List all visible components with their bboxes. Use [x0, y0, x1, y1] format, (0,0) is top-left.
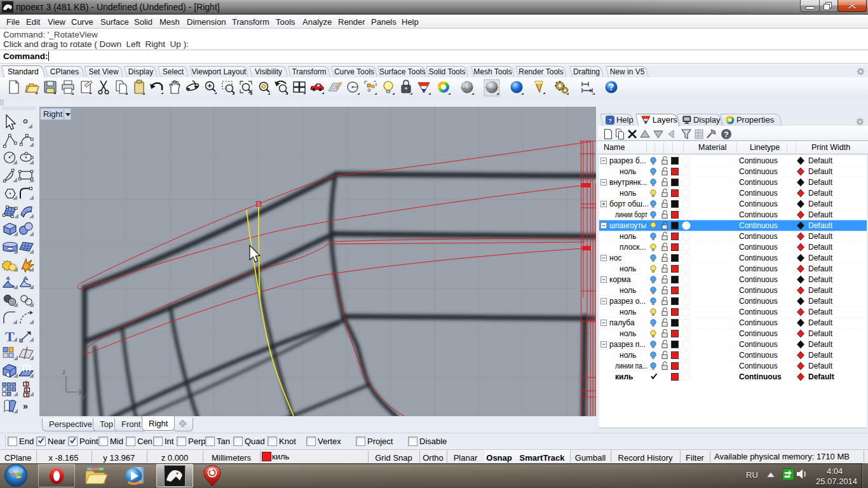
svg-text:линии борт: линии борт [615, 210, 648, 219]
svg-text:Continuous: Continuous [739, 210, 778, 219]
svg-text:Continuous: Continuous [739, 156, 778, 165]
svg-text:ноль: ноль [620, 308, 636, 316]
svg-text:Default: Default [808, 275, 833, 284]
svg-text:киль: киль [615, 372, 633, 381]
svg-text:Default: Default [808, 200, 833, 208]
svg-text:ноль: ноль [620, 351, 636, 360]
svg-text:Default: Default [808, 189, 833, 198]
svg-text:»: » [23, 401, 28, 411]
svg-text:Continuous: Continuous [739, 232, 778, 241]
svg-text:Default: Default [808, 340, 833, 349]
svg-text:Default: Default [808, 264, 833, 273]
svg-text:T: T [5, 329, 15, 344]
svg-text:Default: Default [808, 243, 833, 252]
svg-text:борт обш...: борт обш... [609, 200, 649, 208]
svg-text:?: ? [724, 130, 728, 139]
svg-text:Default: Default [808, 254, 833, 262]
svg-text:Default: Default [808, 318, 833, 327]
svg-text:Continuous: Continuous [739, 275, 778, 284]
svg-text:корма: корма [609, 275, 631, 284]
svg-text:Continuous: Continuous [739, 318, 778, 327]
svg-text:z: z [62, 368, 66, 376]
svg-text:Default: Default [808, 167, 833, 176]
svg-text:Continuous: Continuous [739, 243, 778, 252]
svg-text:Continuous: Continuous [739, 189, 778, 198]
svg-text:Continuous: Continuous [739, 329, 778, 338]
svg-text:Default: Default [808, 297, 833, 306]
svg-text:Default: Default [808, 232, 833, 241]
svg-text:ноль: ноль [620, 232, 636, 241]
svg-text:Default: Default [808, 351, 833, 360]
svg-text:Default: Default [808, 329, 833, 338]
svg-text:палуба: палуба [609, 318, 635, 327]
svg-text:разрез б...: разрез б... [609, 156, 646, 165]
svg-text:Continuous: Continuous [739, 254, 778, 262]
svg-text:шпангоуты: шпангоуты [609, 221, 646, 230]
svg-text:ноль: ноль [620, 329, 636, 338]
svg-text:внутрянк...: внутрянк... [609, 178, 647, 187]
svg-text:Continuous: Continuous [739, 340, 778, 349]
svg-text:Continuous: Continuous [739, 286, 778, 295]
svg-text:Continuous: Continuous [739, 351, 778, 360]
svg-text:Continuous: Continuous [739, 221, 778, 230]
svg-text:ноль: ноль [620, 189, 636, 198]
svg-text:ноль: ноль [620, 167, 636, 176]
svg-text:Default: Default [808, 210, 833, 219]
svg-text:Continuous: Continuous [739, 372, 782, 381]
svg-text:Continuous: Continuous [739, 308, 778, 316]
svg-text:?: ? [608, 118, 612, 124]
svg-text:Continuous: Continuous [739, 178, 778, 187]
svg-text:?: ? [609, 82, 614, 92]
svg-text:Continuous: Continuous [739, 362, 778, 370]
svg-text:плоск...: плоск... [620, 243, 646, 252]
svg-text:нос: нос [609, 254, 621, 262]
svg-text:Default: Default [808, 221, 833, 230]
svg-text:Default: Default [808, 362, 833, 370]
svg-text:ноль: ноль [620, 264, 636, 273]
svg-text:Default: Default [808, 286, 833, 295]
svg-text:Default: Default [808, 178, 833, 187]
svg-text:Default: Default [808, 308, 833, 316]
svg-text:Continuous: Continuous [739, 167, 778, 176]
svg-text:Default: Default [808, 156, 833, 165]
svg-text:y: y [82, 392, 86, 400]
svg-text:разрез п...: разрез п... [609, 340, 646, 349]
svg-text:Continuous: Continuous [739, 200, 778, 208]
svg-text:разрез о...: разрез о... [609, 297, 646, 306]
svg-text:Default: Default [808, 372, 834, 381]
svg-text:линии па...: линии па... [615, 362, 648, 370]
svg-text:Continuous: Continuous [739, 297, 778, 306]
svg-text:ноль: ноль [620, 286, 636, 295]
svg-text:Continuous: Continuous [739, 264, 778, 273]
